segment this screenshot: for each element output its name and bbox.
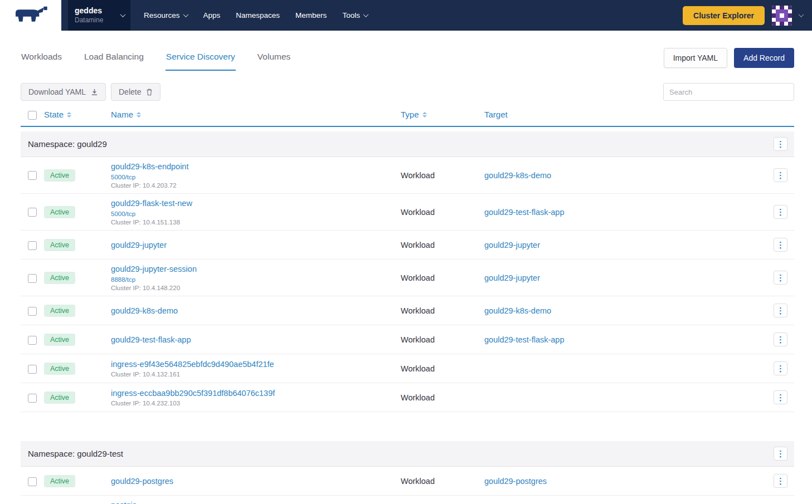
kebab-menu-icon: ⋮ — [776, 208, 785, 216]
service-name-link[interactable]: gould29-test-flask-app — [111, 335, 191, 345]
table-row: Activegould29-postgresWorkloadgould29-po… — [21, 467, 794, 496]
row-state-cell: Active — [44, 239, 111, 251]
service-name-link[interactable]: postgis — [111, 500, 137, 504]
cluster-explorer-button[interactable]: Cluster Explorer — [683, 6, 765, 25]
download-yaml-label: Download YAML — [28, 87, 86, 96]
sort-carets-icon — [422, 112, 427, 118]
service-cluster-ip: Cluster IP: 10.4.151.138 — [111, 219, 394, 226]
service-name-link[interactable]: gould29-k8s-endpoint — [111, 162, 188, 172]
row-target-cell: gould29-jupyter — [484, 273, 767, 283]
kebab-menu-icon: ⋮ — [776, 241, 785, 249]
tab-service-discovery[interactable]: Service Discovery — [166, 45, 236, 71]
namespace-group-header: Namespace: gould29⋮ — [21, 131, 794, 157]
row-actions-button[interactable]: ⋮ — [774, 168, 787, 182]
rancher-logo[interactable] — [0, 0, 61, 31]
service-target-link[interactable]: gould29-k8s-demo — [484, 171, 551, 180]
row-checkbox[interactable] — [28, 365, 37, 374]
row-actions-button[interactable]: ⋮ — [774, 447, 787, 461]
row-name-cell: gould29-jupyter-session8888/tcpCluster I… — [111, 264, 401, 291]
row-checkbox[interactable] — [28, 477, 37, 486]
row-actions-button[interactable]: ⋮ — [774, 238, 787, 252]
nav-item-label: Tools — [342, 11, 360, 19]
tab-load-balancing[interactable]: Load Balancing — [84, 45, 144, 71]
row-kebab-cell: ⋮ — [767, 474, 787, 488]
sort-by-type[interactable]: Type — [401, 110, 427, 119]
row-checkbox[interactable] — [28, 394, 37, 403]
user-avatar[interactable] — [772, 6, 792, 26]
namespace-group-header: Namespace: gould29-test⋮ — [21, 441, 794, 467]
sort-by-state[interactable]: State — [44, 110, 71, 119]
row-actions-button[interactable]: ⋮ — [774, 332, 787, 346]
row-name-cell: ingress-e9f43e564825ebfdc9d490ae5b4f21fe… — [111, 359, 401, 378]
row-checkbox-cell — [21, 476, 44, 486]
top-navbar: geddes Datamine Resources Apps Namespace… — [0, 0, 812, 31]
service-name-link[interactable]: gould29-jupyter-session — [111, 264, 197, 274]
row-checkbox[interactable] — [28, 307, 37, 316]
row-actions-button[interactable]: ⋮ — [774, 474, 787, 488]
service-target-link[interactable]: gould29-test-flask-app — [484, 208, 564, 217]
row-actions-button[interactable]: ⋮ — [774, 390, 787, 404]
kebab-menu-icon: ⋮ — [776, 449, 785, 458]
row-kebab-cell: ⋮ — [767, 390, 787, 404]
row-checkbox[interactable] — [28, 241, 37, 250]
service-target-link[interactable]: gould29-k8s-demo — [484, 306, 551, 315]
kebab-menu-icon: ⋮ — [776, 364, 785, 373]
state-badge: Active — [44, 272, 75, 284]
service-name-link[interactable]: ingress-eccbaa9bb290c5f391df8b64076c139f — [111, 388, 275, 398]
import-yaml-button[interactable]: Import YAML — [664, 48, 727, 68]
row-type-cell: Workload — [401, 170, 484, 180]
rancher-bull-icon — [11, 6, 51, 26]
service-name-link[interactable]: gould29-flask-test-new — [111, 198, 192, 208]
sort-by-name[interactable]: Name — [111, 110, 141, 119]
nav-item-namespaces[interactable]: Namespaces — [228, 0, 288, 31]
service-name-link[interactable]: gould29-postgres — [111, 476, 173, 486]
service-name-link[interactable]: gould29-jupyter — [111, 240, 167, 250]
row-target-cell: gould29-k8s-demo — [484, 306, 767, 316]
row-actions-button[interactable]: ⋮ — [774, 137, 787, 151]
service-target-link[interactable]: gould29-postgres — [484, 477, 547, 486]
row-type-cell: Workload — [401, 306, 484, 316]
service-target-link[interactable]: gould29-jupyter — [484, 273, 540, 282]
row-state-cell: Active — [44, 334, 111, 346]
search-input[interactable] — [663, 83, 794, 101]
row-type-cell: Workload — [401, 240, 484, 250]
nav-item-members[interactable]: Members — [288, 0, 334, 31]
service-type: Workload — [401, 273, 435, 282]
delete-button[interactable]: Delete — [111, 83, 161, 101]
service-name-link[interactable]: gould29-k8s-demo — [111, 306, 178, 316]
state-badge: Active — [44, 475, 75, 487]
nav-menu: Resources Apps Namespaces Members Tools — [136, 0, 376, 31]
select-all-checkbox[interactable] — [28, 111, 37, 120]
user-menu-chevron-icon[interactable] — [799, 12, 804, 17]
nav-item-resources[interactable]: Resources — [136, 0, 196, 31]
service-cluster-ip: Cluster IP: 10.4.232.103 — [111, 400, 394, 407]
service-type: Workload — [401, 477, 435, 486]
download-yaml-button[interactable]: Download YAML — [21, 83, 106, 101]
row-actions-button[interactable]: ⋮ — [774, 205, 787, 219]
add-record-button[interactable]: Add Record — [734, 48, 794, 68]
row-checkbox-cell — [21, 207, 44, 217]
service-target-link[interactable]: gould29-jupyter — [484, 241, 540, 249]
table-row: Activegould29-test-flask-appWorkloadgoul… — [21, 325, 794, 354]
row-actions-button[interactable]: ⋮ — [774, 304, 787, 317]
nav-item-tools[interactable]: Tools — [334, 0, 376, 31]
service-name-link[interactable]: ingress-e9f43e564825ebfdc9d490ae5b4f21fe — [111, 359, 274, 369]
row-target-cell: gould29-test-flask-app — [484, 335, 767, 345]
row-actions-button[interactable]: ⋮ — [774, 271, 787, 285]
row-checkbox[interactable] — [28, 208, 37, 217]
service-target-link[interactable]: gould29-test-flask-app — [484, 335, 564, 344]
table-row: Activegould29-k8s-demoWorkloadgould29-k8… — [21, 296, 794, 325]
cluster-subtitle: Datamine — [75, 16, 119, 25]
row-target-cell: gould29-k8s-demo — [484, 170, 767, 180]
kebab-menu-icon: ⋮ — [776, 393, 785, 402]
row-checkbox[interactable] — [28, 171, 37, 180]
nav-item-apps[interactable]: Apps — [196, 0, 228, 31]
row-checkbox[interactable] — [28, 274, 37, 283]
row-actions-button[interactable]: ⋮ — [774, 361, 787, 375]
row-checkbox[interactable] — [28, 336, 37, 345]
tab-volumes[interactable]: Volumes — [257, 45, 291, 71]
row-kebab-cell: ⋮ — [767, 168, 787, 182]
kebab-menu-icon: ⋮ — [776, 273, 785, 282]
cluster-switcher[interactable]: geddes Datamine — [68, 0, 130, 31]
tab-workloads[interactable]: Workloads — [21, 45, 62, 71]
